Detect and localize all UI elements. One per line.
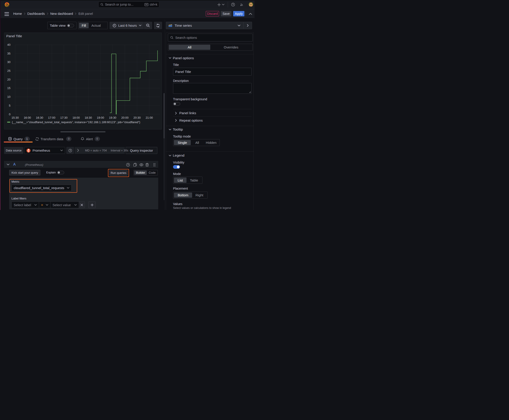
svg-text:25: 25 (7, 69, 10, 73)
svg-text:15:30: 15:30 (11, 116, 19, 119)
svg-text:16:00: 16:00 (24, 116, 31, 119)
svg-text:19:00: 19:00 (97, 116, 104, 119)
svg-text:5: 5 (9, 104, 11, 107)
svg-text:30: 30 (7, 60, 10, 64)
svg-text:20:00: 20:00 (121, 116, 128, 119)
svg-text:18:30: 18:30 (85, 116, 92, 119)
svg-text:40: 40 (7, 43, 10, 46)
svg-text:18:00: 18:00 (73, 116, 80, 119)
svg-text:19:30: 19:30 (109, 116, 116, 119)
svg-text:17:30: 17:30 (60, 116, 68, 119)
svg-text:21:00: 21:00 (146, 116, 153, 119)
svg-text:16:30: 16:30 (36, 116, 43, 119)
svg-text:20:30: 20:30 (134, 116, 141, 119)
svg-text:{__name__="cloudflared_tunnel_: {__name__="cloudflared_tunnel_total_requ… (12, 120, 140, 124)
svg-text:0: 0 (9, 113, 11, 116)
svg-text:35: 35 (7, 52, 10, 55)
svg-text:17:00: 17:00 (48, 116, 55, 119)
svg-text:15: 15 (7, 86, 10, 90)
svg-text:10: 10 (7, 95, 10, 98)
svg-text:20: 20 (7, 78, 10, 81)
